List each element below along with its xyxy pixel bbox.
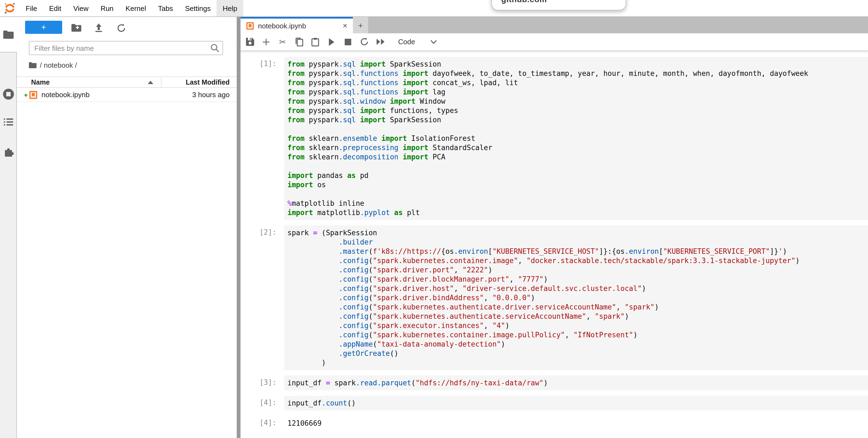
breadcrumb[interactable]: / notebook / [29,61,77,69]
panel-splitter[interactable] [237,17,241,438]
code-cell-2: [2]: spark = (SparkSession .builder .mas… [241,226,868,370]
github-popup-text: github.com [501,0,547,4]
column-header-last-modified[interactable]: Last Modified [186,79,229,86]
new-folder-icon[interactable] [71,22,82,33]
file-browser-toolbar: + [17,21,237,35]
cell-prompt: [1]: [241,57,284,220]
cell-prompt: [3]: [241,376,284,390]
sort-ascending-icon [148,81,153,84]
tab-notebook[interactable]: notebook.ipynb × [241,17,353,33]
copy-cells-icon[interactable] [294,37,303,46]
notebook-tab-icon [246,22,254,30]
github-popup: github.com [491,0,626,10]
file-row-notebook[interactable]: notebook.ipynb 3 hours ago [17,88,237,102]
menu-bar: File Edit View Run Kernel Tabs Settings … [0,0,868,17]
menu-help[interactable]: Help [217,0,243,17]
code-cell-3: [3]: input_df = spark.read.parquet("hdfs… [241,376,868,390]
menu-edit[interactable]: Edit [43,0,67,17]
running-kernels-icon[interactable] [0,88,17,100]
cell-type-dropdown[interactable]: Code [398,38,415,46]
search-icon [211,43,219,52]
jupyter-logo-icon [0,0,20,17]
home-folder-icon[interactable] [29,62,36,68]
file-list-header: Name Last Modified [17,77,237,88]
tab-bar: notebook.ipynb × + [241,17,868,33]
upload-icon[interactable] [93,22,104,33]
output-value: 12106669 [284,416,868,431]
kernel-running-dot [25,94,27,97]
tab-close-icon[interactable]: × [342,20,347,31]
cell-editor[interactable]: input_df.count() [284,396,868,410]
jupyterlab-window: File Edit View Run Kernel Tabs Settings … [0,0,868,438]
file-name: notebook.ipynb [41,91,89,99]
add-cell-icon[interactable] [262,37,271,46]
rail-tab-file-browser[interactable] [0,17,17,52]
extensions-icon[interactable] [0,146,17,157]
restart-kernel-icon[interactable] [360,37,369,46]
filter-files-box [29,41,223,55]
notebook-cells-area: [1]: from pyspark.sql import SparkSessio… [241,51,868,438]
new-tab-button[interactable]: + [353,17,368,33]
output-prompt: [4]: [241,416,284,431]
menu-run[interactable]: Run [95,0,120,17]
notebook-pane: notebook.ipynb × + ✂ [241,17,868,438]
cell-prompt: [4]: [241,396,284,410]
folder-icon [3,30,13,38]
cut-cells-icon[interactable]: ✂ [278,37,287,46]
output-cell-4: [4]: 12106669 [241,416,868,431]
code-cell-4: [4]: input_df.count() [241,396,868,410]
cell-prompt: [2]: [241,226,284,370]
restart-run-all-icon[interactable] [376,37,385,46]
new-launcher-button[interactable]: + [25,21,62,34]
chevron-down-icon[interactable] [430,39,437,44]
file-modified: 3 hours ago [192,91,229,99]
cell-editor[interactable]: spark = (SparkSession .builder .master(f… [284,226,868,370]
refresh-icon[interactable] [116,22,127,33]
menu-kernel[interactable]: Kernel [119,0,152,17]
table-of-contents-icon[interactable] [0,118,17,126]
rail-lower [0,52,17,438]
stop-kernel-icon[interactable] [344,37,352,46]
menu-tabs[interactable]: Tabs [152,0,179,17]
save-icon[interactable] [245,37,254,46]
breadcrumb-path[interactable]: / notebook / [40,61,77,69]
cell-editor[interactable]: from pyspark.sql import SparkSessionfrom… [284,57,868,220]
notebook-file-icon [29,91,38,99]
code-cell-1: [1]: from pyspark.sql import SparkSessio… [241,57,868,220]
menu-file[interactable]: File [20,0,43,17]
filter-files-input[interactable] [29,41,223,55]
notebook-toolbar: ✂ Code [241,33,868,51]
menu-settings[interactable]: Settings [179,0,217,17]
file-browser-panel: + / notebook / Name [17,17,237,438]
activity-rail [0,17,17,438]
column-header-name[interactable]: Name [31,79,50,86]
cell-editor[interactable]: input_df = spark.read.parquet("hdfs://hd… [284,376,868,390]
menu-view[interactable]: View [67,0,95,17]
tab-label: notebook.ipynb [258,22,306,30]
run-cell-icon[interactable] [327,37,336,46]
column-divider [161,77,161,88]
paste-cells-icon[interactable] [311,37,319,46]
